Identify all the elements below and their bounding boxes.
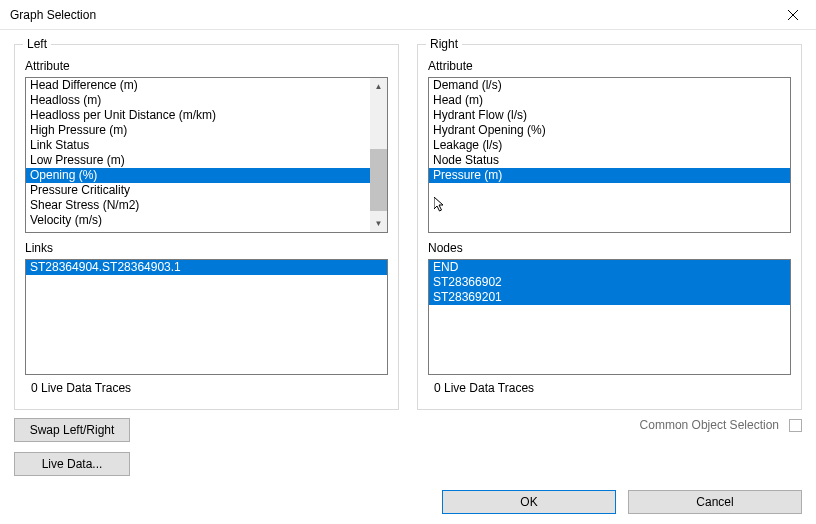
common-object-selection-label: Common Object Selection bbox=[640, 418, 779, 432]
scroll-down-icon[interactable]: ▼ bbox=[370, 215, 387, 232]
left-attribute-list[interactable]: Head Difference (m)Headloss (m)Headloss … bbox=[25, 77, 388, 233]
swap-left-right-button[interactable]: Swap Left/Right bbox=[14, 418, 130, 442]
right-attribute-item[interactable]: Leakage (l/s) bbox=[429, 138, 790, 153]
left-attribute-item[interactable]: Head Difference (m) bbox=[26, 78, 370, 93]
left-attribute-item[interactable]: Low Pressure (m) bbox=[26, 153, 370, 168]
left-attribute-label: Attribute bbox=[25, 59, 388, 73]
right-attribute-item[interactable]: Node Status bbox=[429, 153, 790, 168]
left-panel-label: Left bbox=[23, 37, 51, 51]
right-panel-label: Right bbox=[426, 37, 462, 51]
left-attribute-item[interactable]: Opening (%) bbox=[26, 168, 370, 183]
right-node-item[interactable]: END bbox=[429, 260, 790, 275]
scroll-thumb[interactable] bbox=[370, 149, 387, 211]
right-attribute-item[interactable]: Hydrant Flow (l/s) bbox=[429, 108, 790, 123]
left-links-list[interactable]: ST28364904.ST28364903.1 bbox=[25, 259, 388, 375]
scroll-up-icon[interactable]: ▲ bbox=[370, 78, 387, 95]
right-attribute-list[interactable]: Demand (l/s)Head (m)Hydrant Flow (l/s)Hy… bbox=[428, 77, 791, 233]
right-attribute-item[interactable]: Demand (l/s) bbox=[429, 78, 790, 93]
live-data-button[interactable]: Live Data... bbox=[14, 452, 130, 476]
ok-button[interactable]: OK bbox=[442, 490, 616, 514]
right-status: 0 Live Data Traces bbox=[428, 375, 791, 399]
right-nodes-list[interactable]: ENDST28366902ST28369201 bbox=[428, 259, 791, 375]
left-attribute-item[interactable]: High Pressure (m) bbox=[26, 123, 370, 138]
close-icon bbox=[788, 10, 798, 20]
titlebar: Graph Selection bbox=[0, 0, 816, 30]
left-links-label: Links bbox=[25, 241, 388, 255]
left-attribute-item[interactable]: Headloss (m) bbox=[26, 93, 370, 108]
left-attribute-item[interactable]: Headloss per Unit Distance (m/km) bbox=[26, 108, 370, 123]
left-attribute-item[interactable]: Link Status bbox=[26, 138, 370, 153]
right-attribute-item[interactable]: Hydrant Opening (%) bbox=[429, 123, 790, 138]
left-attribute-item[interactable]: Shear Stress (N/m2) bbox=[26, 198, 370, 213]
left-panel: Left Attribute Head Difference (m)Headlo… bbox=[14, 44, 399, 410]
right-attribute-item[interactable]: Pressure (m) bbox=[429, 168, 790, 183]
scrollbar[interactable]: ▲ ▼ bbox=[370, 78, 387, 232]
right-panel: Right Attribute Demand (l/s)Head (m)Hydr… bbox=[417, 44, 802, 410]
window-title: Graph Selection bbox=[10, 8, 770, 22]
right-node-item[interactable]: ST28369201 bbox=[429, 290, 790, 305]
right-nodes-label: Nodes bbox=[428, 241, 791, 255]
left-link-item[interactable]: ST28364904.ST28364903.1 bbox=[26, 260, 387, 275]
right-attribute-label: Attribute bbox=[428, 59, 791, 73]
left-attribute-item[interactable]: Velocity (m/s) bbox=[26, 213, 370, 228]
left-status: 0 Live Data Traces bbox=[25, 375, 388, 399]
left-attribute-item[interactable]: Pressure Criticality bbox=[26, 183, 370, 198]
right-attribute-item[interactable]: Head (m) bbox=[429, 93, 790, 108]
close-button[interactable] bbox=[770, 0, 816, 30]
common-object-selection-checkbox[interactable] bbox=[789, 419, 802, 432]
cancel-button[interactable]: Cancel bbox=[628, 490, 802, 514]
right-node-item[interactable]: ST28366902 bbox=[429, 275, 790, 290]
